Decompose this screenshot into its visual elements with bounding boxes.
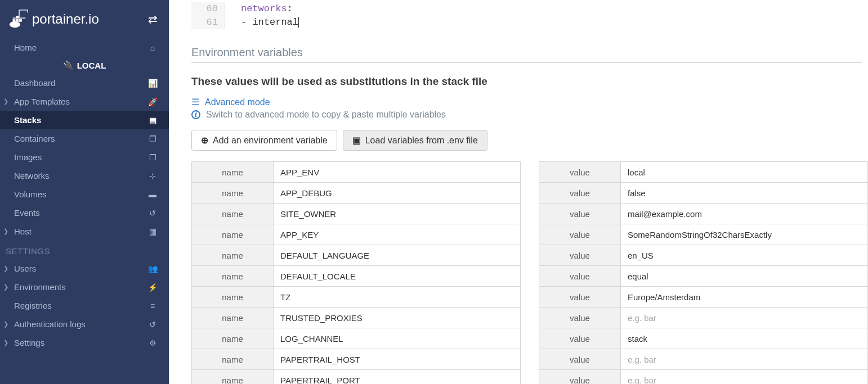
env-value-cell: value	[539, 224, 868, 245]
sidebar-item-events[interactable]: Events↺	[0, 204, 169, 222]
env-value-input[interactable]	[621, 328, 867, 349]
portainer-icon	[8, 8, 30, 30]
database-icon: ≡	[147, 301, 158, 310]
env-name-label: name	[192, 266, 274, 286]
sidebar-item-label: Stacks	[14, 115, 41, 125]
brand-text: portainer.io	[32, 11, 99, 27]
chevron-right-icon: ❯	[3, 320, 8, 328]
main-content: 60 61 networks: - internal Environment v…	[169, 0, 868, 384]
sidebar-item-settings[interactable]: ❯Settings⚙	[0, 333, 169, 352]
chevron-right-icon: ❯	[3, 265, 8, 272]
env-value-input[interactable]	[621, 370, 867, 384]
env-name-cell: name	[191, 265, 521, 287]
env-value-label: value	[539, 328, 621, 349]
sidebar-item-images[interactable]: Images❐	[0, 148, 169, 166]
env-name-input[interactable]	[274, 183, 520, 203]
env-name-input[interactable]	[274, 204, 520, 224]
sidebar-item-label: Registries	[14, 301, 52, 310]
env-value-input[interactable]	[621, 287, 867, 307]
sidebar-item-users[interactable]: ❯Users👥	[0, 259, 169, 278]
env-value-cell: value	[539, 369, 868, 384]
env-name-cell: name	[191, 349, 521, 370]
sidebar-item-environments[interactable]: ❯Environments⚡	[0, 278, 169, 296]
env-value-label: value	[539, 370, 621, 384]
endpoint-selector[interactable]: 🔌 LOCAL	[0, 57, 169, 74]
sidebar-item-label: Networks	[14, 171, 50, 180]
env-value-cell: value	[539, 203, 868, 224]
sidebar-item-networks[interactable]: Networks⊹	[0, 166, 169, 185]
brand-logo[interactable]: portainer.io	[8, 8, 99, 30]
env-name-label: name	[192, 328, 274, 349]
history-icon: ↺	[147, 320, 158, 329]
env-name-input[interactable]	[274, 287, 520, 307]
file-upload-icon: ▣	[352, 135, 361, 146]
plug-icon: ⚡	[147, 283, 158, 292]
sidebar-item-host[interactable]: ❯Host▦	[0, 222, 169, 241]
chevron-right-icon: ❯	[3, 339, 8, 346]
env-name-cell: name	[191, 161, 521, 183]
home-icon: ⌂	[147, 43, 158, 52]
code-editor[interactable]: 60 61 networks: - internal	[191, 0, 868, 29]
env-value-label: value	[539, 266, 621, 286]
env-section-title: Environment variables	[191, 46, 862, 63]
history-icon: ↺	[147, 209, 158, 218]
env-name-input[interactable]	[274, 308, 520, 328]
env-value-label: value	[539, 349, 621, 369]
env-name-label: name	[192, 370, 274, 384]
env-value-label: value	[539, 183, 621, 203]
plug-icon: 🔌	[63, 60, 74, 70]
env-value-label: value	[539, 162, 621, 182]
add-env-var-button[interactable]: ⊕ Add an environment variable	[191, 130, 337, 151]
env-value-input[interactable]	[621, 266, 867, 286]
cogs-icon: ⚙	[147, 338, 158, 347]
sidebar-item-dashboard[interactable]: Dashboard📊	[0, 74, 169, 92]
sidebar-item-volumes[interactable]: Volumes▬	[0, 185, 169, 204]
advanced-mode-link[interactable]: Advanced mode	[205, 97, 270, 107]
env-value-input[interactable]	[621, 308, 867, 328]
env-value-cell: value	[539, 182, 868, 204]
env-value-cell: value	[539, 161, 868, 183]
env-name-input[interactable]	[274, 245, 520, 265]
sidebar-item-home[interactable]: Home ⌂	[0, 38, 169, 57]
env-name-label: name	[192, 162, 274, 182]
env-value-label: value	[539, 287, 621, 307]
env-name-input[interactable]	[274, 266, 520, 286]
env-name-label: name	[192, 349, 274, 369]
dashboard-icon: 📊	[147, 79, 158, 88]
hdd-icon: ▬	[147, 190, 158, 199]
sidebar-item-authentication-logs[interactable]: ❯Authentication logs↺	[0, 315, 169, 333]
sidebar-item-registries[interactable]: Registries≡	[0, 296, 169, 315]
env-section-sub: These values will be used as substitutio…	[191, 75, 868, 88]
sidebar-collapse-icon[interactable]: ⇄	[148, 12, 158, 26]
th-icon: ▦	[147, 227, 158, 236]
env-value-input[interactable]	[621, 349, 867, 369]
rocket-icon: 🚀	[147, 97, 158, 106]
env-value-input[interactable]	[621, 162, 867, 182]
sidebar-item-stacks[interactable]: Stacks▤	[0, 111, 169, 129]
sidebar-item-app-templates[interactable]: ❯App Templates🚀	[0, 92, 169, 111]
env-name-cell: name	[191, 286, 521, 308]
env-name-cell: name	[191, 224, 521, 245]
th-list-icon: ▤	[147, 116, 158, 125]
env-name-input[interactable]	[274, 224, 520, 245]
env-name-input[interactable]	[274, 162, 520, 182]
sidebar-item-label: Images	[14, 152, 42, 162]
env-name-input[interactable]	[274, 370, 520, 384]
env-value-input[interactable]	[621, 183, 867, 203]
load-env-file-button[interactable]: ▣ Load variables from .env file	[343, 130, 487, 151]
sidebar-item-label: Events	[14, 208, 40, 218]
env-value-input[interactable]	[621, 204, 867, 224]
env-value-input[interactable]	[621, 224, 867, 245]
sidebar-item-label: Volumes	[14, 189, 47, 199]
env-value-input[interactable]	[621, 245, 867, 265]
sidebar-item-label: Environments	[14, 282, 66, 292]
env-value-label: value	[539, 245, 621, 265]
gutter: 60 61	[191, 2, 225, 29]
plus-circle-icon: ⊕	[201, 135, 208, 146]
sidebar-item-label: Settings	[14, 338, 44, 347]
info-icon: i	[191, 110, 200, 119]
env-name-input[interactable]	[274, 328, 520, 349]
sidebar-item-containers[interactable]: Containers❒	[0, 129, 169, 148]
env-name-input[interactable]	[274, 349, 520, 369]
env-value-cell: value	[539, 245, 868, 266]
